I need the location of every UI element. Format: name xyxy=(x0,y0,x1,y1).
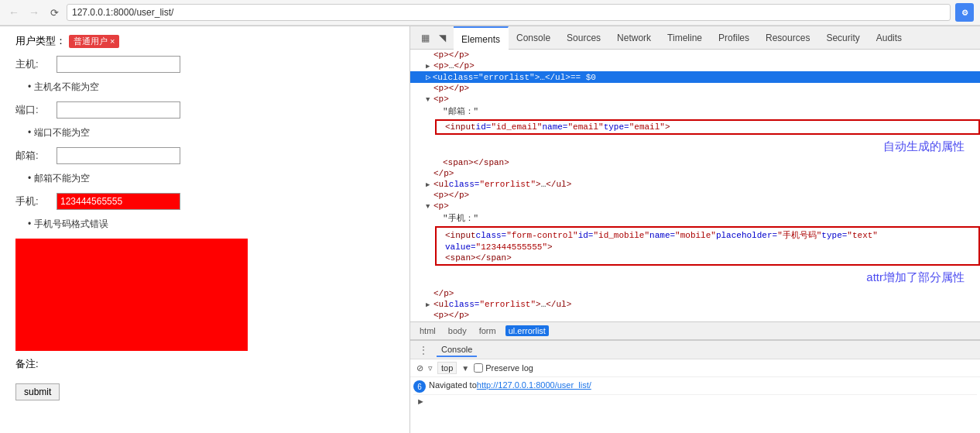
submit-row: submit xyxy=(15,377,394,400)
clear-console-icon[interactable]: ⊘ xyxy=(416,363,423,373)
console-text: Navigated to xyxy=(429,380,477,390)
webpage: 用户类型： 普通用户 × 主机: 主机名不能为空 端口: 端口不能为空 邮箱: … xyxy=(0,26,410,433)
host-label: 主机: xyxy=(15,56,50,71)
email-input-highlight: <input id="id_email" name="email" type="… xyxy=(435,119,980,135)
elements-panel: <p></p> <p>…</p> ▷ <ul class="errorlist"… xyxy=(410,50,980,321)
mobile-input-box: <input class="form-control" id="id_mobil… xyxy=(410,226,980,266)
html-line[interactable]: value="123444555555"> xyxy=(437,242,978,253)
remark-row xyxy=(15,239,394,351)
port-error: 端口不能为空 xyxy=(15,125,394,141)
tab-security[interactable]: Security xyxy=(818,26,868,50)
triangle-icon[interactable] xyxy=(426,300,433,309)
mobile-input[interactable] xyxy=(57,193,180,210)
main-split: 用户类型： 普通用户 × 主机: 主机名不能为空 端口: 端口不能为空 邮箱: … xyxy=(0,26,980,433)
html-line[interactable]: <p></p> xyxy=(410,50,980,60)
user-type-badge[interactable]: 普通用户 × xyxy=(69,35,119,48)
console-link[interactable]: http://127.0.0.1:8000/user_list/ xyxy=(477,380,591,390)
annotation-auto: 自动生成的属性 xyxy=(410,136,980,157)
mobile-label: 手机: xyxy=(15,193,50,208)
remark-textarea[interactable] xyxy=(15,239,248,351)
tab-profiles[interactable]: Profiles xyxy=(711,26,758,50)
html-line[interactable]: <p> xyxy=(410,94,980,105)
console-content: 6 Navigated to http://127.0.0.1:8000/use… xyxy=(410,377,980,433)
nav-bar: ← → ⟳ ⚙ xyxy=(0,0,980,26)
html-line[interactable]: <p></p> xyxy=(410,310,980,321)
tab-network[interactable]: Network xyxy=(609,26,660,50)
devtools-icon: ⚙ xyxy=(955,3,974,22)
user-type-row: 用户类型： 普通用户 × xyxy=(15,34,394,48)
html-line[interactable]: "邮箱：" xyxy=(410,105,980,118)
console-tab[interactable]: Console xyxy=(437,343,477,357)
breadcrumb-form[interactable]: form xyxy=(476,325,499,336)
console-panel: ⋮ Console ⊘ ▿ top ▼ Preserve log 6 Navig… xyxy=(410,340,980,433)
mobile-row: 手机: xyxy=(15,193,394,210)
filter-chevron-icon[interactable]: ▼ xyxy=(461,364,469,373)
html-line[interactable]: <p> xyxy=(410,201,980,211)
filter-icon[interactable]: ▿ xyxy=(428,363,433,373)
browser-chrome: ← → ⟳ ⚙ xyxy=(0,0,980,26)
html-line-selected[interactable]: ▷ <ul class="errorlist">…</ul> == $0 xyxy=(410,71,980,83)
html-line[interactable]: <ul class="errorlist">…</ul> xyxy=(410,179,980,190)
remark-section xyxy=(15,239,394,351)
panel-dots[interactable]: ⋮ xyxy=(415,342,432,358)
html-line[interactable]: </p> xyxy=(410,168,980,179)
triangle-icon[interactable] xyxy=(426,95,433,104)
tab-resources[interactable]: Resources xyxy=(758,26,818,50)
triangle-icon[interactable] xyxy=(426,180,433,189)
mobile-input-highlight: <input class="form-control" id="id_mobil… xyxy=(435,226,980,266)
tab-elements[interactable]: Elements xyxy=(454,26,509,50)
console-message: 6 Navigated to http://127.0.0.1:8000/use… xyxy=(413,379,977,395)
host-error: 主机名不能为空 xyxy=(15,79,394,95)
breadcrumb-html[interactable]: html xyxy=(416,325,439,336)
tab-timeline[interactable]: Timeline xyxy=(660,26,711,50)
console-filter-row: ⊘ ▿ top ▼ Preserve log xyxy=(410,359,980,377)
reload-button[interactable]: ⟳ xyxy=(46,5,62,20)
annotation-attr: attr增加了部分属性 xyxy=(410,267,980,288)
forward-button[interactable]: → xyxy=(26,5,42,20)
filter-top-button[interactable]: top xyxy=(437,362,457,374)
console-badge: 6 xyxy=(413,380,426,393)
html-line[interactable]: <input id="id_email" name="email" type="… xyxy=(437,122,978,132)
html-line[interactable]: <p></p> xyxy=(410,190,980,201)
devtools-panel: ▦ ◥ Elements Console Sources Network Tim… xyxy=(410,26,980,433)
html-line[interactable]: <p></p> xyxy=(410,83,980,94)
html-line[interactable]: <ul class="errorlist">…</ul> xyxy=(410,299,980,310)
mobile-error: 手机号码格式错误 xyxy=(15,216,394,232)
device-toolbar-icon[interactable]: ◥ xyxy=(435,31,449,45)
tab-console[interactable]: Console xyxy=(509,26,559,50)
port-row: 端口: xyxy=(15,101,394,119)
submit-button[interactable]: submit xyxy=(15,383,60,400)
triangle-icon[interactable] xyxy=(426,61,433,70)
email-input-box: <input id="id_email" name="email" type="… xyxy=(410,119,980,135)
user-type-label: 用户类型： xyxy=(15,34,66,48)
email-label: 邮箱: xyxy=(15,147,50,163)
email-error: 邮箱不能为空 xyxy=(15,170,394,187)
back-button[interactable]: ← xyxy=(6,5,22,20)
devtools-tabs: ▦ ◥ Elements Console Sources Network Tim… xyxy=(410,26,980,50)
tab-sources[interactable]: Sources xyxy=(559,26,609,50)
preserve-log-label: Preserve log xyxy=(474,363,533,373)
email-input[interactable] xyxy=(57,147,180,164)
email-row: 邮箱: xyxy=(15,147,394,164)
breadcrumb-active[interactable]: ul.errorlist xyxy=(505,325,549,336)
html-line[interactable]: <input class="form-control" id="id_mobil… xyxy=(437,229,978,242)
triangle-icon[interactable] xyxy=(426,201,433,211)
remark-label: 备注: xyxy=(15,357,394,371)
preserve-log-checkbox[interactable] xyxy=(474,363,483,373)
host-row: 主机: xyxy=(15,56,394,73)
html-line[interactable]: <span></span> xyxy=(410,157,980,168)
prompt-arrow-icon: ► xyxy=(416,397,425,406)
port-label: 端口: xyxy=(15,101,50,117)
breadcrumb-body[interactable]: body xyxy=(445,325,470,336)
html-line[interactable]: <p>…</p> xyxy=(410,60,980,71)
html-line[interactable]: <span></span> xyxy=(437,253,978,263)
address-bar[interactable] xyxy=(67,4,951,21)
devtools-toolbar-icons: ▦ ◥ xyxy=(413,31,454,45)
inspect-element-icon[interactable]: ▦ xyxy=(418,31,432,45)
host-input[interactable] xyxy=(57,56,180,73)
html-line[interactable]: </p> xyxy=(410,288,980,299)
tab-audits[interactable]: Audits xyxy=(869,26,910,50)
port-input[interactable] xyxy=(57,101,180,119)
html-line[interactable]: "手机：" xyxy=(410,211,980,225)
breadcrumb-bar: html body form ul.errorlist xyxy=(410,321,980,340)
